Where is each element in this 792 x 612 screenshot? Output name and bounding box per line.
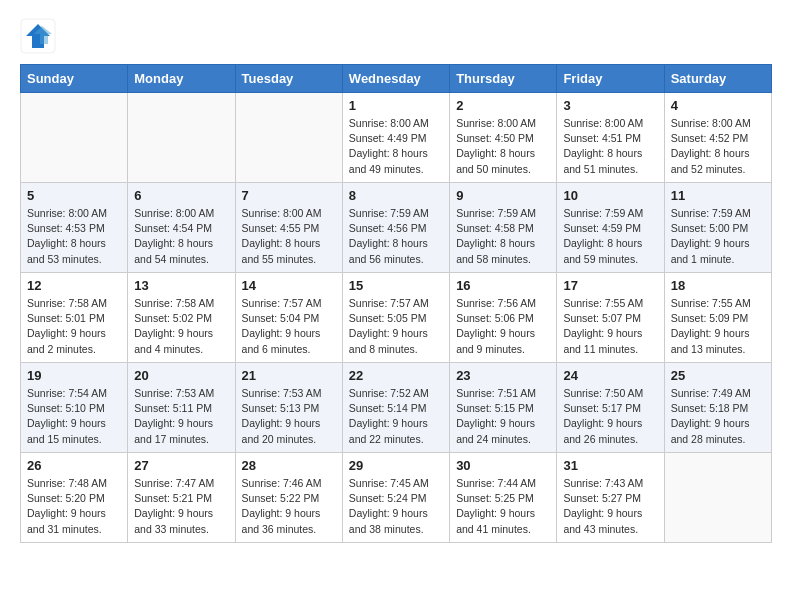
day-number: 7 — [242, 188, 336, 203]
day-number: 20 — [134, 368, 228, 383]
day-info: Sunrise: 7:55 AMSunset: 5:07 PMDaylight:… — [563, 296, 657, 357]
calendar-cell: 30Sunrise: 7:44 AMSunset: 5:25 PMDayligh… — [450, 453, 557, 543]
calendar-cell: 15Sunrise: 7:57 AMSunset: 5:05 PMDayligh… — [342, 273, 449, 363]
day-info: Sunrise: 7:43 AMSunset: 5:27 PMDaylight:… — [563, 476, 657, 537]
calendar-cell: 27Sunrise: 7:47 AMSunset: 5:21 PMDayligh… — [128, 453, 235, 543]
day-number: 27 — [134, 458, 228, 473]
day-info: Sunrise: 7:59 AMSunset: 4:59 PMDaylight:… — [563, 206, 657, 267]
day-info: Sunrise: 7:59 AMSunset: 4:58 PMDaylight:… — [456, 206, 550, 267]
calendar-table: SundayMondayTuesdayWednesdayThursdayFrid… — [20, 64, 772, 543]
calendar-cell: 6Sunrise: 8:00 AMSunset: 4:54 PMDaylight… — [128, 183, 235, 273]
day-number: 9 — [456, 188, 550, 203]
day-info: Sunrise: 7:52 AMSunset: 5:14 PMDaylight:… — [349, 386, 443, 447]
calendar-cell — [21, 93, 128, 183]
day-number: 14 — [242, 278, 336, 293]
weekday-header-saturday: Saturday — [664, 65, 771, 93]
weekday-header-wednesday: Wednesday — [342, 65, 449, 93]
calendar-week-row: 26Sunrise: 7:48 AMSunset: 5:20 PMDayligh… — [21, 453, 772, 543]
day-info: Sunrise: 8:00 AMSunset: 4:52 PMDaylight:… — [671, 116, 765, 177]
calendar-cell: 1Sunrise: 8:00 AMSunset: 4:49 PMDaylight… — [342, 93, 449, 183]
day-number: 12 — [27, 278, 121, 293]
calendar-cell: 18Sunrise: 7:55 AMSunset: 5:09 PMDayligh… — [664, 273, 771, 363]
calendar-cell: 17Sunrise: 7:55 AMSunset: 5:07 PMDayligh… — [557, 273, 664, 363]
day-info: Sunrise: 7:58 AMSunset: 5:02 PMDaylight:… — [134, 296, 228, 357]
day-number: 10 — [563, 188, 657, 203]
calendar-cell: 20Sunrise: 7:53 AMSunset: 5:11 PMDayligh… — [128, 363, 235, 453]
day-number: 22 — [349, 368, 443, 383]
calendar-cell: 3Sunrise: 8:00 AMSunset: 4:51 PMDaylight… — [557, 93, 664, 183]
calendar-cell: 16Sunrise: 7:56 AMSunset: 5:06 PMDayligh… — [450, 273, 557, 363]
calendar-cell: 25Sunrise: 7:49 AMSunset: 5:18 PMDayligh… — [664, 363, 771, 453]
calendar-cell: 8Sunrise: 7:59 AMSunset: 4:56 PMDaylight… — [342, 183, 449, 273]
header — [20, 18, 772, 54]
calendar-week-row: 12Sunrise: 7:58 AMSunset: 5:01 PMDayligh… — [21, 273, 772, 363]
day-number: 30 — [456, 458, 550, 473]
calendar-cell — [664, 453, 771, 543]
day-info: Sunrise: 8:00 AMSunset: 4:53 PMDaylight:… — [27, 206, 121, 267]
day-number: 1 — [349, 98, 443, 113]
weekday-header-friday: Friday — [557, 65, 664, 93]
day-info: Sunrise: 7:57 AMSunset: 5:05 PMDaylight:… — [349, 296, 443, 357]
day-number: 5 — [27, 188, 121, 203]
calendar-cell: 2Sunrise: 8:00 AMSunset: 4:50 PMDaylight… — [450, 93, 557, 183]
calendar-cell: 26Sunrise: 7:48 AMSunset: 5:20 PMDayligh… — [21, 453, 128, 543]
day-info: Sunrise: 8:00 AMSunset: 4:50 PMDaylight:… — [456, 116, 550, 177]
day-number: 4 — [671, 98, 765, 113]
page: SundayMondayTuesdayWednesdayThursdayFrid… — [0, 0, 792, 561]
day-number: 24 — [563, 368, 657, 383]
day-number: 16 — [456, 278, 550, 293]
day-number: 11 — [671, 188, 765, 203]
logo-icon — [20, 18, 56, 54]
day-info: Sunrise: 7:53 AMSunset: 5:11 PMDaylight:… — [134, 386, 228, 447]
day-info: Sunrise: 7:55 AMSunset: 5:09 PMDaylight:… — [671, 296, 765, 357]
day-info: Sunrise: 7:44 AMSunset: 5:25 PMDaylight:… — [456, 476, 550, 537]
calendar-week-row: 1Sunrise: 8:00 AMSunset: 4:49 PMDaylight… — [21, 93, 772, 183]
calendar-cell: 28Sunrise: 7:46 AMSunset: 5:22 PMDayligh… — [235, 453, 342, 543]
day-number: 29 — [349, 458, 443, 473]
day-info: Sunrise: 8:00 AMSunset: 4:55 PMDaylight:… — [242, 206, 336, 267]
calendar-cell: 31Sunrise: 7:43 AMSunset: 5:27 PMDayligh… — [557, 453, 664, 543]
day-info: Sunrise: 7:57 AMSunset: 5:04 PMDaylight:… — [242, 296, 336, 357]
calendar-cell: 10Sunrise: 7:59 AMSunset: 4:59 PMDayligh… — [557, 183, 664, 273]
day-info: Sunrise: 7:49 AMSunset: 5:18 PMDaylight:… — [671, 386, 765, 447]
day-info: Sunrise: 7:47 AMSunset: 5:21 PMDaylight:… — [134, 476, 228, 537]
day-number: 25 — [671, 368, 765, 383]
day-number: 28 — [242, 458, 336, 473]
calendar-cell — [128, 93, 235, 183]
day-info: Sunrise: 7:46 AMSunset: 5:22 PMDaylight:… — [242, 476, 336, 537]
day-number: 31 — [563, 458, 657, 473]
day-info: Sunrise: 7:59 AMSunset: 4:56 PMDaylight:… — [349, 206, 443, 267]
day-info: Sunrise: 7:59 AMSunset: 5:00 PMDaylight:… — [671, 206, 765, 267]
day-number: 3 — [563, 98, 657, 113]
day-info: Sunrise: 7:54 AMSunset: 5:10 PMDaylight:… — [27, 386, 121, 447]
calendar-cell: 4Sunrise: 8:00 AMSunset: 4:52 PMDaylight… — [664, 93, 771, 183]
day-info: Sunrise: 7:50 AMSunset: 5:17 PMDaylight:… — [563, 386, 657, 447]
weekday-header-tuesday: Tuesday — [235, 65, 342, 93]
day-info: Sunrise: 8:00 AMSunset: 4:54 PMDaylight:… — [134, 206, 228, 267]
day-number: 18 — [671, 278, 765, 293]
calendar-cell: 29Sunrise: 7:45 AMSunset: 5:24 PMDayligh… — [342, 453, 449, 543]
calendar-cell: 14Sunrise: 7:57 AMSunset: 5:04 PMDayligh… — [235, 273, 342, 363]
calendar-header-row: SundayMondayTuesdayWednesdayThursdayFrid… — [21, 65, 772, 93]
calendar-cell: 11Sunrise: 7:59 AMSunset: 5:00 PMDayligh… — [664, 183, 771, 273]
calendar-cell: 12Sunrise: 7:58 AMSunset: 5:01 PMDayligh… — [21, 273, 128, 363]
day-number: 13 — [134, 278, 228, 293]
calendar-week-row: 5Sunrise: 8:00 AMSunset: 4:53 PMDaylight… — [21, 183, 772, 273]
day-number: 8 — [349, 188, 443, 203]
calendar-cell: 21Sunrise: 7:53 AMSunset: 5:13 PMDayligh… — [235, 363, 342, 453]
calendar-cell: 23Sunrise: 7:51 AMSunset: 5:15 PMDayligh… — [450, 363, 557, 453]
day-number: 23 — [456, 368, 550, 383]
weekday-header-sunday: Sunday — [21, 65, 128, 93]
weekday-header-monday: Monday — [128, 65, 235, 93]
day-number: 15 — [349, 278, 443, 293]
day-info: Sunrise: 7:53 AMSunset: 5:13 PMDaylight:… — [242, 386, 336, 447]
day-number: 26 — [27, 458, 121, 473]
day-number: 17 — [563, 278, 657, 293]
day-info: Sunrise: 7:56 AMSunset: 5:06 PMDaylight:… — [456, 296, 550, 357]
calendar-cell — [235, 93, 342, 183]
calendar-cell: 19Sunrise: 7:54 AMSunset: 5:10 PMDayligh… — [21, 363, 128, 453]
calendar-cell: 9Sunrise: 7:59 AMSunset: 4:58 PMDaylight… — [450, 183, 557, 273]
calendar-cell: 5Sunrise: 8:00 AMSunset: 4:53 PMDaylight… — [21, 183, 128, 273]
calendar-cell: 13Sunrise: 7:58 AMSunset: 5:02 PMDayligh… — [128, 273, 235, 363]
day-info: Sunrise: 8:00 AMSunset: 4:51 PMDaylight:… — [563, 116, 657, 177]
